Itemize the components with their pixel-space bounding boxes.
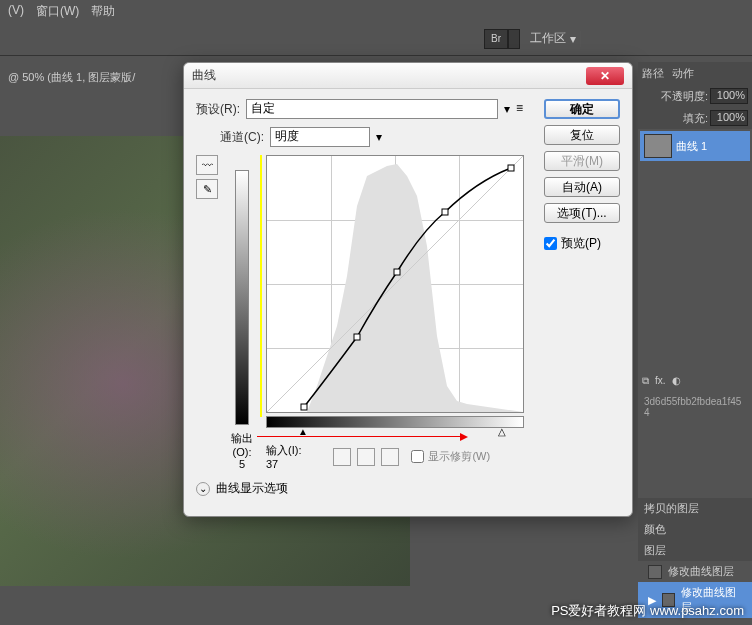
right-panels: 路径 动作 不透明度: 100% 填充: 100% 曲线 1 ⧉ fx. ◐ 3… xyxy=(638,62,752,618)
preset-menu-icon[interactable] xyxy=(516,101,532,117)
chevron-down-icon[interactable]: ▾ xyxy=(570,32,576,46)
svg-rect-1 xyxy=(301,404,307,410)
curve-graph[interactable] xyxy=(266,155,524,413)
workspace-menu-icon[interactable] xyxy=(580,31,592,47)
yellow-marker xyxy=(260,155,262,417)
workspace-label[interactable]: 工作区 xyxy=(530,30,566,47)
svg-rect-5 xyxy=(508,165,514,171)
display-options-label[interactable]: 曲线显示选项 xyxy=(216,480,288,497)
gray-eyedropper[interactable] xyxy=(357,448,375,466)
fx-icon[interactable]: fx. xyxy=(655,375,666,387)
bridge-button[interactable]: Br xyxy=(484,29,508,49)
smooth-button[interactable]: 平滑(M) xyxy=(544,151,620,171)
layer-name-label: 曲线 1 xyxy=(676,139,707,154)
black-eyedropper[interactable] xyxy=(333,448,351,466)
svg-rect-2 xyxy=(354,334,360,340)
history-copy-layer[interactable]: 拷贝的图层 xyxy=(638,498,752,519)
fill-label: 填充: xyxy=(683,111,708,126)
white-eyedropper[interactable] xyxy=(381,448,399,466)
bridge-dropdown[interactable] xyxy=(508,29,520,49)
dialog-title: 曲线 xyxy=(192,67,216,84)
preset-chevron-icon[interactable]: ▾ xyxy=(504,102,510,116)
annotation-arrow xyxy=(257,436,462,437)
svg-rect-4 xyxy=(442,209,448,215)
pencil-tool-button[interactable]: ✎ xyxy=(196,179,218,199)
show-clipping-checkbox[interactable] xyxy=(411,450,424,463)
svg-rect-3 xyxy=(394,269,400,275)
opacity-field[interactable]: 100% xyxy=(710,88,748,104)
channel-select[interactable]: 明度 xyxy=(270,127,370,147)
white-slider[interactable]: △ xyxy=(498,426,506,437)
history-icon xyxy=(648,565,662,579)
fill-field[interactable]: 100% xyxy=(710,110,748,126)
vertical-ramp xyxy=(235,170,249,425)
input-label: 输入(I): xyxy=(266,444,301,456)
auto-button[interactable]: 自动(A) xyxy=(544,177,620,197)
output-label: 输出(O): xyxy=(222,431,262,458)
document-title: @ 50% (曲线 1, 图层蒙版/ xyxy=(0,66,143,89)
preset-label: 预设(R): xyxy=(196,101,240,118)
svg-line-0 xyxy=(267,156,523,412)
preview-label: 预览(P) xyxy=(561,235,601,252)
curves-dialog: 曲线 ✕ 预设(R): 自定 ▾ 通道(C): 明度 ▾ 〰 xyxy=(183,62,633,517)
menu-help[interactable]: 帮助 xyxy=(91,3,115,19)
input-value: 37 xyxy=(266,458,278,470)
curve-tool-button[interactable]: 〰 xyxy=(196,155,218,175)
preview-checkbox[interactable] xyxy=(544,237,557,250)
output-value: 5 xyxy=(222,458,262,470)
show-clipping-label: 显示修剪(W) xyxy=(428,449,490,464)
tab-actions[interactable]: 动作 xyxy=(672,66,694,81)
options-button[interactable]: 选项(T)... xyxy=(544,203,620,223)
channel-label: 通道(C): xyxy=(220,129,264,146)
ok-button[interactable]: 确定 xyxy=(544,99,620,119)
menu-view[interactable]: (V) xyxy=(8,3,24,19)
layer-thumb-icon xyxy=(644,134,672,158)
close-button[interactable]: ✕ xyxy=(586,67,624,85)
reset-button[interactable]: 复位 xyxy=(544,125,620,145)
channel-chevron-icon[interactable]: ▾ xyxy=(376,130,382,144)
watermark: PS爱好者教程网 www.psahz.com xyxy=(551,602,744,620)
menu-window[interactable]: 窗口(W) xyxy=(36,3,79,19)
opacity-label: 不透明度: xyxy=(661,89,708,104)
mask-icon[interactable]: ◐ xyxy=(672,375,681,387)
preset-select[interactable]: 自定 xyxy=(246,99,498,119)
curve-line xyxy=(267,156,523,412)
history-color[interactable]: 颜色 xyxy=(638,519,752,540)
tab-paths[interactable]: 路径 xyxy=(642,66,664,81)
link-icon[interactable]: ⧉ xyxy=(642,375,649,387)
history-mod-curve-1[interactable]: 修改曲线图层 xyxy=(638,561,752,582)
hash-text: 3d6d55fbb2fbdea1f454 xyxy=(638,390,752,424)
layer-curves-1[interactable]: 曲线 1 xyxy=(640,131,750,161)
expand-chevron-icon[interactable]: ⌄ xyxy=(196,482,210,496)
history-layer[interactable]: 图层 xyxy=(638,540,752,561)
